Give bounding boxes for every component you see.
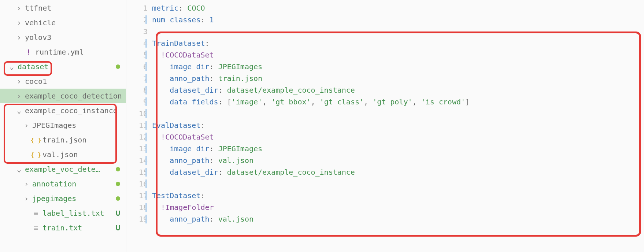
- line-number: 11: [126, 119, 148, 131]
- line-number: 19: [126, 213, 148, 225]
- chevron-down-icon[interactable]: ⌄: [16, 106, 22, 115]
- code-token: :: [218, 168, 227, 177]
- code-token: :: [210, 62, 218, 71]
- code-line[interactable]: anno_path: train.json: [152, 73, 644, 84]
- code-token: COCO: [187, 4, 205, 12]
- code-line[interactable]: metric: COCO: [152, 2, 644, 14]
- code-token: data_fields: [170, 97, 218, 106]
- code-token: image_dir: [170, 144, 209, 153]
- tree-item[interactable]: ›jpegimages: [0, 191, 126, 206]
- code-line[interactable]: dataset_dir: dataset/example_coco_instan…: [152, 84, 644, 96]
- code-token: : [: [218, 97, 232, 106]
- code-line[interactable]: image_dir: JPEGImages: [152, 61, 644, 73]
- chevron-down-icon[interactable]: ⌄: [9, 62, 15, 71]
- code-token: !COCODataSet: [161, 133, 214, 141]
- tree-item[interactable]: { }val.json: [0, 147, 126, 162]
- json-icon: { }: [32, 137, 40, 144]
- code-line[interactable]: [152, 178, 644, 190]
- line-number: 9: [126, 96, 148, 108]
- chevron-right-icon[interactable]: ›: [23, 194, 29, 203]
- code-token: 'is_crowd': [421, 97, 465, 106]
- tree-item[interactable]: ›example_coco_detection: [0, 89, 126, 103]
- code-token: :: [200, 15, 209, 24]
- code-token: anno_path: [170, 74, 209, 83]
- code-token: anno_path: [170, 156, 209, 165]
- tree-item[interactable]: ›vehicle: [0, 15, 126, 30]
- code-token: [152, 97, 170, 106]
- code-token: dataset/example_coco_instance: [227, 86, 355, 94]
- code-token: 'gt_poly': [373, 97, 412, 106]
- code-line[interactable]: TrainDataset:: [152, 37, 644, 49]
- chevron-right-icon[interactable]: ›: [16, 77, 22, 86]
- line-number: 12: [126, 131, 148, 143]
- code-token: JPEGImages: [218, 62, 262, 71]
- git-status-letter: U: [116, 223, 120, 232]
- chevron-right-icon[interactable]: ›: [23, 121, 29, 130]
- code-line[interactable]: !COCODataSet: [152, 49, 644, 61]
- code-line[interactable]: !COCODataSet: [152, 131, 644, 143]
- code-token: !COCODataSet: [161, 51, 214, 59]
- code-line[interactable]: dataset_dir: dataset/example_coco_instan…: [152, 166, 644, 178]
- chevron-right-icon[interactable]: ›: [16, 18, 22, 27]
- line-number: 17: [126, 190, 148, 201]
- tree-item[interactable]: ⌄dataset: [0, 59, 126, 74]
- code-token: 'gt_bbox': [271, 97, 311, 106]
- code-token: TestDataset: [152, 191, 200, 200]
- tree-item[interactable]: ›coco1: [0, 74, 126, 89]
- code-token: :: [178, 4, 187, 12]
- code-line[interactable]: anno_path: val.json: [152, 155, 644, 166]
- chevron-right-icon[interactable]: ›: [16, 4, 22, 12]
- chevron-right-icon[interactable]: ›: [23, 179, 29, 188]
- code-editor[interactable]: 12345678910111213141516171819 metric: CO…: [126, 0, 644, 252]
- tree-item[interactable]: ›ttfnet: [0, 1, 126, 15]
- code-line[interactable]: [152, 108, 644, 119]
- tree-item[interactable]: { }train.json: [0, 133, 126, 147]
- bang-icon: !: [25, 48, 32, 56]
- line-number: 16: [126, 178, 148, 190]
- tree-item-label: annotation: [32, 179, 76, 188]
- code-line[interactable]: [152, 26, 644, 37]
- tree-item-label: val.json: [42, 150, 78, 159]
- tree-item-label: dataset: [18, 62, 48, 71]
- line-number: 6: [126, 61, 148, 73]
- code-line[interactable]: !ImageFolder: [152, 201, 644, 213]
- code-token: dataset_dir: [170, 86, 218, 94]
- tree-item[interactable]: ›annotation: [0, 177, 126, 191]
- code-token: [152, 62, 170, 71]
- tree-item[interactable]: ≡train.txtU: [0, 220, 126, 235]
- tree-item-label: runtime.yml: [35, 48, 84, 56]
- code-token: metric: [152, 4, 178, 12]
- chevron-down-icon[interactable]: ⌄: [16, 165, 22, 174]
- code-token: JPEGImages: [218, 144, 262, 153]
- code-line[interactable]: data_fields: ['image', 'gt_bbox', 'gt_cl…: [152, 96, 644, 108]
- tree-item-label: example_voc_dete…: [25, 165, 100, 174]
- code-line[interactable]: num_classes: 1: [152, 14, 644, 26]
- tree-item[interactable]: ›yolov3: [0, 30, 126, 45]
- code-token: [152, 203, 161, 212]
- chevron-right-icon[interactable]: ›: [16, 92, 22, 100]
- tree-item[interactable]: ›JPEGImages: [0, 118, 126, 133]
- tree-item-label: ttfnet: [25, 4, 51, 12]
- code-body[interactable]: metric: COCOnum_classes: 1TrainDataset: …: [152, 0, 644, 252]
- tree-item[interactable]: ≡label_list.txtU: [0, 206, 126, 220]
- code-token: :: [205, 39, 210, 48]
- code-token: :: [210, 215, 218, 223]
- code-token: 'image': [232, 97, 262, 106]
- git-status-letter: U: [116, 209, 120, 218]
- code-token: ]: [465, 97, 470, 106]
- tree-item-label: label_list.txt: [42, 209, 104, 218]
- code-token: TrainDataset: [152, 39, 205, 48]
- code-line[interactable]: anno_path: val.json: [152, 213, 644, 225]
- tree-item[interactable]: ⌄example_coco_instance: [0, 103, 126, 118]
- tree-item-label: train.txt: [42, 223, 82, 232]
- code-token: [152, 133, 161, 141]
- line-number: 1: [126, 2, 148, 14]
- file-explorer: ›ttfnet›vehicle›yolov3!runtime.yml⌄datas…: [0, 0, 126, 252]
- code-line[interactable]: EvalDataset:: [152, 119, 644, 131]
- tree-item[interactable]: ⌄example_voc_dete…: [0, 162, 126, 177]
- code-token: EvalDataset: [152, 121, 200, 130]
- tree-item[interactable]: !runtime.yml: [0, 45, 126, 59]
- code-line[interactable]: image_dir: JPEGImages: [152, 143, 644, 155]
- code-line[interactable]: TestDataset:: [152, 190, 644, 201]
- chevron-right-icon[interactable]: ›: [16, 33, 22, 42]
